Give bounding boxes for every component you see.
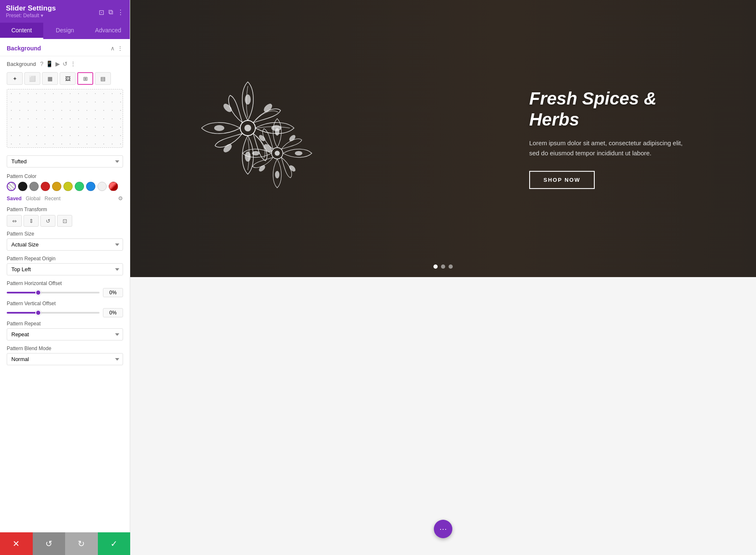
pattern-transform-section: Pattern Transform ⇔ ⇕ ↺ ⊡ [0,203,130,228]
bg-type-video[interactable]: ▤ [95,72,111,85]
pattern-color-label: Pattern Color [7,173,123,179]
cancel-button[interactable]: ✕ [0,532,33,555]
more-icon[interactable]: ⋮ [117,8,124,16]
shop-now-button[interactable]: SHOP NOW [529,171,595,189]
pattern-vert-offset-row: Pattern Vertical Offset [0,298,130,318]
hero-subtitle: Lorem ipsum dolor sit amet, consectetur … [529,138,697,158]
pattern-horiz-offset-label: Pattern Horizontal Offset [7,280,123,286]
svg-point-13 [288,134,297,142]
pattern-transform-label: Pattern Transform [7,207,123,212]
pattern-vert-slider[interactable] [7,312,100,314]
panel-header: Slider Settings Preset: Default ▾ ⊡ ⧉ ⋮ [0,0,130,23]
collapse-icon[interactable]: ∧ [110,45,115,52]
hero-illustration [181,61,336,216]
pattern-size-row: Pattern Size Actual Size Cover Contain C… [0,228,130,253]
color-swatches [7,182,123,191]
pattern-horiz-value[interactable] [103,288,123,297]
pattern-horiz-slider[interactable] [7,292,100,293]
slider-dot-3[interactable] [449,264,453,269]
transform-flip-v[interactable]: ⇕ [24,215,39,227]
tab-design[interactable]: Design [43,23,87,39]
color-tab-saved[interactable]: Saved [7,196,21,202]
swatch-black[interactable] [18,182,27,191]
fullscreen-icon[interactable]: ⊡ [99,8,104,16]
swatch-gold[interactable] [52,182,61,191]
swatch-gray[interactable] [29,182,39,191]
panel-preset[interactable]: Preset: Default ▾ [6,13,56,20]
swatch-yellow[interactable] [63,182,73,191]
swatch-blue[interactable] [86,182,95,191]
panel-body: Background ∧ ⋮ Background ? 📱 ▶ ↺ ⋮ ✦ ⬜ … [0,39,130,555]
transform-reset[interactable]: ⊡ [57,215,72,227]
pattern-repeat-origin-row: Pattern Repeat Origin Top Left Top Cente… [0,253,130,278]
pattern-repeat-row: Pattern Repeat Repeat Repeat X Repeat Y … [0,318,130,343]
svg-point-17 [258,164,266,173]
svg-point-9 [222,102,233,113]
swatch-red[interactable] [41,182,50,191]
swatch-green[interactable] [75,182,84,191]
pattern-vert-value[interactable] [103,308,123,317]
hero-slider: Fresh Spices & Herbs Lorem ipsum dolor s… [130,0,756,277]
svg-point-1 [244,125,251,131]
pattern-preview [7,89,123,148]
section-more-icon[interactable]: ⋮ [117,45,123,52]
svg-point-12 [275,128,280,136]
fab-button[interactable]: ⋯ [434,520,452,538]
transform-rotate[interactable]: ↺ [40,215,55,227]
color-gear-icon[interactable]: ⚙ [118,195,123,202]
svg-point-15 [288,164,297,173]
bg-type-image[interactable]: 🖼 [60,72,76,85]
panel-header-left: Slider Settings Preset: Default ▾ [6,4,56,20]
bg-type-gradient[interactable]: ▦ [42,72,58,85]
section-header-icons: ∧ ⋮ [110,45,123,52]
swatch-pencil[interactable] [109,182,118,191]
panel-title: Slider Settings [6,4,56,13]
color-tab-global[interactable]: Global [26,196,40,202]
pattern-repeat-origin-select[interactable]: Top Left Top Center Top Right Center Bot… [7,263,123,275]
transform-buttons: ⇔ ⇕ ↺ ⊡ [7,215,123,227]
bg-type-none[interactable]: ✦ [7,72,23,85]
save-button[interactable]: ✓ [98,532,131,555]
pattern-repeat-select[interactable]: Repeat Repeat X Repeat Y No Repeat [7,328,123,340]
pattern-blend-mode-row: Pattern Blend Mode Normal Multiply Scree… [0,343,130,368]
svg-point-2 [245,94,251,105]
pattern-color-section: Pattern Color [0,170,130,193]
bg-type-buttons: ✦ ⬜ ▦ 🖼 ⊞ ▤ [0,70,130,89]
cursor-icon[interactable]: ▶ [55,60,60,67]
swatch-white[interactable] [97,182,107,191]
pattern-size-select[interactable]: Actual Size Cover Contain Custom [7,238,123,251]
section-title: Background [7,45,41,52]
svg-point-14 [295,151,302,156]
tab-content[interactable]: Content [0,23,43,39]
redo-button[interactable]: ↻ [65,532,98,555]
undo-button[interactable]: ↺ [33,532,66,555]
tab-advanced[interactable]: Advanced [87,23,130,39]
color-tab-recent[interactable]: Recent [45,196,60,202]
bg-row: Background ? 📱 ▶ ↺ ⋮ [0,56,130,70]
pattern-blend-mode-label: Pattern Blend Mode [7,346,123,351]
columns-icon[interactable]: ⧉ [108,8,113,16]
pattern-size-label: Pattern Size [7,231,123,237]
hero-title: Fresh Spices & Herbs [529,88,697,131]
help-icon[interactable]: ? [40,60,43,67]
pattern-blend-mode-select[interactable]: Normal Multiply Screen Overlay Darken Li… [7,353,123,365]
svg-point-11 [275,151,280,156]
svg-point-7 [222,143,233,154]
slider-vert-controls [7,308,123,317]
reset-icon[interactable]: ↺ [63,60,68,67]
color-tabs: Saved Global Recent ⚙ [0,193,130,203]
slider-dot-2[interactable] [441,264,445,269]
phone-icon[interactable]: 📱 [46,60,53,67]
bg-type-pattern[interactable]: ⊞ [77,72,93,85]
pattern-repeat-label: Pattern Repeat [7,321,123,327]
transform-flip-h[interactable]: ⇔ [7,215,22,227]
swatch-striped[interactable] [7,182,16,191]
bg-label: Background [7,61,36,67]
bg-more-icon[interactable]: ⋮ [70,60,76,67]
slider-dot-1[interactable] [433,264,438,269]
hero-subtitle-line1: Lorem ipsum dolor sit amet, consectetur … [529,139,682,147]
pattern-style-select[interactable]: Tufted Dots Lines Crosshatch Zigzag [7,155,123,168]
slider-dots [433,264,453,269]
panel-tabs: Content Design Advanced [0,23,130,39]
bg-type-color[interactable]: ⬜ [24,72,40,85]
